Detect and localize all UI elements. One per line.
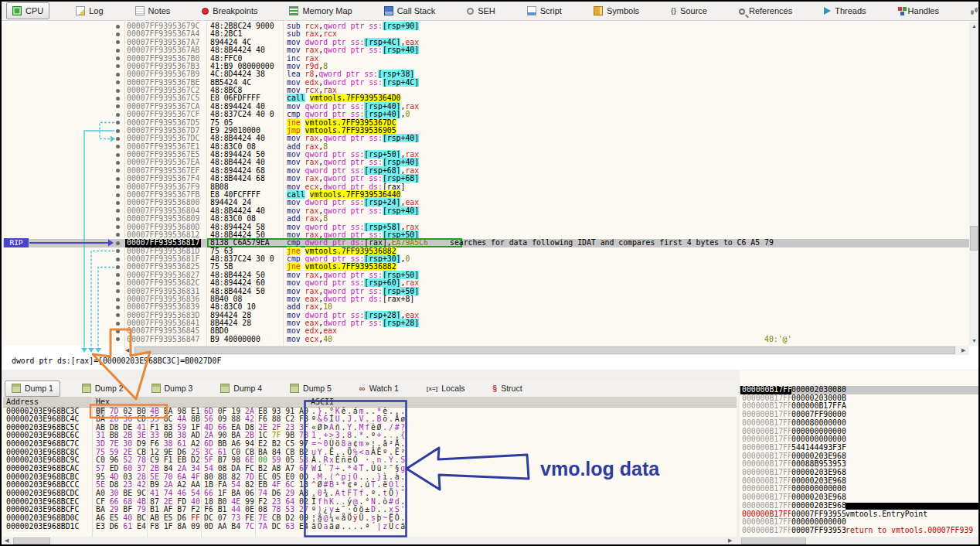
dump-byte[interactable]: 7C (245, 523, 254, 531)
tab-source[interactable]: {}Source (665, 3, 713, 19)
tab-notes[interactable]: Notes (130, 3, 176, 19)
dump-byte[interactable]: D2 (285, 514, 294, 523)
stack-row[interactable]: 000000B17FFA00000203E968 (740, 477, 978, 486)
dump-byte[interactable]: AA (218, 523, 227, 531)
stack-row[interactable]: 000000B17FFA00000203000B (740, 394, 978, 403)
breakpoint-dot[interactable] (116, 217, 120, 221)
stack-row[interactable]: 000000B17FFA00007FF93955vmtools.EntryPoi… (740, 510, 978, 519)
tab-dump-5[interactable]: Dump 5 (284, 381, 338, 396)
dump-byte[interactable]: 7E (258, 514, 267, 523)
tab-locals[interactable]: [x=]Locals (420, 381, 471, 396)
stack-row[interactable]: 000000B17FFA000000B17FFA (740, 402, 978, 411)
dump-byte[interactable]: AB (150, 514, 159, 523)
tab-breakpoints[interactable]: Breakpoints (196, 3, 263, 19)
dump-byte[interactable]: A6 (96, 514, 105, 523)
dump-byte[interactable]: 09 (299, 514, 308, 523)
tab-cpu[interactable]: CPU (6, 2, 49, 19)
dump-byte[interactable]: FE (245, 514, 254, 523)
disasm-row[interactable]: 00007FF9395367CF48:837C24 40 0cmp qword … (3, 111, 969, 118)
stack-hscroll-thumb[interactable] (741, 537, 806, 544)
scroll-up-icon[interactable]: ▲ (971, 22, 977, 30)
scroll-left-icon[interactable]: ◀ (5, 537, 9, 544)
dump-byte[interactable]: E4 (137, 523, 146, 531)
stack-row[interactable]: 000000B17FFA00000203E968 (740, 493, 978, 502)
breakpoint-dot[interactable] (116, 80, 120, 84)
breakpoint-dot[interactable] (116, 241, 120, 245)
breakpoint-dot[interactable] (116, 282, 120, 285)
tab-dump-4[interactable]: Dump 4 (214, 381, 268, 396)
tab-memory-map[interactable]: Memory Map (284, 3, 357, 19)
breakpoint-dot[interactable] (116, 329, 120, 333)
dump-byte[interactable]: B4 (231, 523, 240, 531)
breakpoint-dot[interactable] (116, 322, 120, 326)
dump-byte[interactable]: 8A (177, 523, 186, 531)
dump-byte[interactable]: 61 (123, 523, 132, 531)
stack-row[interactable]: 000000B17FFA000002030080 (740, 386, 978, 394)
scroll-right-icon[interactable]: ▶ (961, 346, 965, 354)
breakpoint-dot[interactable] (116, 233, 120, 237)
tab-references[interactable]: References (733, 3, 798, 19)
disasm-row[interactable]: 00007FF939536847B9 40000000mov ecx,4040:… (3, 336, 969, 343)
dump-byte[interactable]: CB (272, 514, 281, 523)
tab-call-stack[interactable]: Call Stack (379, 3, 441, 19)
stack-row[interactable]: 000000B17FFA544144493F3F (740, 444, 978, 452)
dump-byte[interactable]: 40 (123, 514, 132, 523)
dump-byte[interactable]: 73 (231, 514, 240, 523)
breakpoint-dot[interactable] (116, 209, 120, 213)
dump-byte[interactable]: 7A (258, 523, 267, 531)
stack-row[interactable]: 000000B17FFA00007FF93953return to vmtool… (740, 527, 978, 535)
breakpoint-dot[interactable] (116, 313, 120, 317)
dump-byte[interactable]: E5 (164, 514, 173, 523)
breakpoint-dot[interactable] (116, 56, 120, 60)
breakpoint-dot[interactable] (116, 153, 120, 157)
breakpoint-dot[interactable] (116, 145, 120, 148)
tab-dump-3[interactable]: Dump 3 (145, 381, 199, 396)
tab-dump-2[interactable]: Dump 2 (76, 381, 130, 396)
tab-trace[interactable]: Trace (965, 3, 980, 19)
breakpoint-dot[interactable] (116, 289, 120, 293)
breakpoint-dot[interactable] (116, 249, 120, 253)
disasm-vscrollbar[interactable]: ▲ ▼ (969, 22, 978, 346)
tab-threads[interactable]: Threads (818, 3, 871, 19)
disasm-row[interactable]: 00007FF93953682C48:894424 60mov qword pt… (3, 279, 969, 287)
stack-row[interactable]: 000000B17FFA000000000000 (740, 428, 978, 436)
tab-dump-1[interactable]: Dump 1 (5, 380, 60, 397)
breakpoint-dot[interactable] (116, 104, 120, 108)
dump-byte[interactable]: 0D (204, 523, 213, 531)
breakpoint-dot[interactable] (116, 73, 120, 77)
disasm-vscroll-thumb[interactable] (970, 226, 978, 251)
dump-byte[interactable]: F8 (150, 523, 159, 531)
stack-row[interactable]: 000000B17FFA000080000000 (740, 419, 978, 428)
breakpoint-dot[interactable] (116, 64, 120, 68)
breakpoint-dot[interactable] (116, 121, 120, 125)
breakpoint-dot[interactable] (116, 97, 120, 101)
dump-hscrollbar[interactable]: ◀ ▶ (3, 537, 737, 545)
breakpoint-dot[interactable] (116, 265, 120, 269)
breakpoint-dot[interactable] (116, 225, 120, 229)
dump-byte[interactable]: D6 (177, 514, 186, 523)
disasm-row[interactable]: 00007FF93953680948:83C0 08add rax,8 (3, 215, 969, 223)
stack-row[interactable]: 000000B17FFA00088B953953 (740, 460, 978, 469)
breakpoint-dot[interactable] (116, 89, 120, 93)
stack-row[interactable]: 000000B17FFA00007FF90000 (740, 411, 978, 419)
breakpoint-dot[interactable] (116, 25, 120, 29)
breakpoint-dot[interactable] (116, 32, 120, 36)
breakpoint-dot[interactable] (116, 258, 120, 261)
breakpoint-dot[interactable] (116, 49, 120, 53)
dump-byte[interactable]: D6 (110, 523, 119, 531)
breakpoint-dot[interactable] (116, 40, 120, 44)
breakpoint-dot[interactable] (116, 193, 120, 197)
stack-row[interactable]: 000000B17FFA000000000000 (740, 435, 978, 444)
dump-hscroll-thumb[interactable] (13, 537, 50, 544)
dump-byte[interactable]: 1F (164, 523, 173, 531)
scroll-left-icon[interactable]: ◀ (125, 346, 129, 354)
dump-byte[interactable]: DC (204, 514, 213, 523)
breakpoint-dot[interactable] (116, 161, 120, 165)
scroll-right-icon[interactable]: ▶ (728, 537, 732, 544)
dump-row[interactable]: 00000203E968BD1CE3D661E4F81F8A090DAAB47C… (3, 523, 737, 531)
scroll-down-icon[interactable]: ▼ (971, 337, 977, 345)
tab-watch-1[interactable]: ∞Watch 1 (353, 381, 405, 396)
dump-byte[interactable]: BC (137, 514, 146, 523)
breakpoint-dot[interactable] (116, 305, 120, 309)
breakpoint-dot[interactable] (116, 113, 120, 117)
